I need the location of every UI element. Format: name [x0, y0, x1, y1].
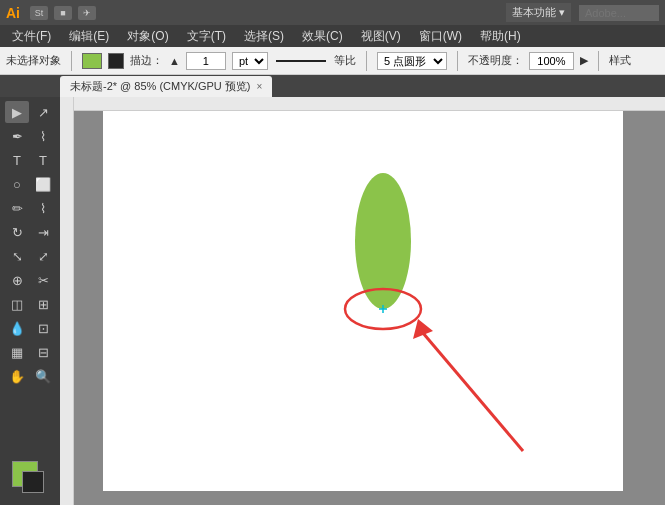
ruler-horizontal: [60, 97, 665, 111]
tab-close-button[interactable]: ×: [256, 81, 262, 92]
menu-item-效果(C)[interactable]: 效果(C): [294, 26, 351, 47]
scissors-tool[interactable]: ✂: [31, 269, 55, 291]
stroke-unit-select[interactable]: pt: [232, 52, 268, 70]
stroke-label: 描边：: [130, 53, 163, 68]
menu-bar: const menuData = JSON.parse(document.get…: [0, 25, 665, 47]
workspace-button[interactable]: 基本功能 ▾: [506, 3, 571, 22]
no-selection-label: 未选择对象: [6, 53, 61, 68]
shape-select[interactable]: 5 点圆形: [377, 52, 447, 70]
fill-color-swatch[interactable]: [82, 53, 102, 69]
shear-tool[interactable]: ⤢: [31, 245, 55, 267]
menu-item-文字(T)[interactable]: 文字(T): [179, 26, 234, 47]
tab-bar: 未标题-2* @ 85% (CMYK/GPU 预览) ×: [0, 75, 665, 97]
drawing-canvas: [103, 111, 623, 491]
artboard-tool[interactable]: ⊟: [31, 341, 55, 363]
tool-row-blend: ⊕ ✂: [0, 269, 60, 291]
tool-row-pen: ✒ ⌇: [0, 125, 60, 147]
stroke-color-swatch[interactable]: [108, 53, 124, 69]
tool-row-shape: ○ ⬜: [0, 173, 60, 195]
rect-tool[interactable]: ⬜: [31, 173, 55, 195]
type-tool-2[interactable]: T: [31, 149, 55, 171]
separator: [71, 51, 72, 71]
stroke-preview-line: [276, 60, 326, 62]
reflect-tool[interactable]: ⇥: [31, 221, 55, 243]
menu-item-视图(V)[interactable]: 视图(V): [353, 26, 409, 47]
stroke-value-input[interactable]: [186, 52, 226, 70]
measure-tool[interactable]: ⊡: [31, 317, 55, 339]
opacity-value-input[interactable]: [529, 52, 574, 70]
pen-tool[interactable]: ✒: [5, 125, 29, 147]
mesh-tool[interactable]: ⊞: [31, 293, 55, 315]
tool-row-select: ▶ ↗: [0, 101, 60, 123]
selection-tool[interactable]: ▶: [5, 101, 29, 123]
title-right: 基本功能 ▾: [506, 3, 659, 22]
menu-item-对象(O)[interactable]: 对象(O): [119, 26, 176, 47]
menu-item-选择(S)[interactable]: 选择(S): [236, 26, 292, 47]
gradient-tool[interactable]: ◫: [5, 293, 29, 315]
icon-send[interactable]: ✈: [78, 6, 96, 20]
tool-row-hand: ✋ 🔍: [0, 365, 60, 387]
tab-title: 未标题-2* @ 85% (CMYK/GPU 预览): [70, 79, 250, 94]
zoom-tool[interactable]: 🔍: [31, 365, 55, 387]
main-area: ▶ ↗ ✒ ⌇ T T ○ ⬜ ✏ ⌇ ↻ ⇥ ⤡ ⤢ ⊕ ✂: [0, 97, 665, 505]
icon-st: St: [30, 6, 48, 20]
sidebar-bottom: [12, 461, 48, 505]
pencil-tool[interactable]: ✏: [5, 197, 29, 219]
tool-row-scale: ⤡ ⤢: [0, 245, 60, 267]
style-label: 样式: [609, 53, 631, 68]
separator3: [457, 51, 458, 71]
menu-item-窗口(W)[interactable]: 窗口(W): [411, 26, 470, 47]
ruler-vertical: [60, 97, 74, 505]
menu-item-文件(F)[interactable]: 文件(F): [4, 26, 59, 47]
tool-row-gradient: ◫ ⊞: [0, 293, 60, 315]
eyedropper-tool[interactable]: 💧: [5, 317, 29, 339]
sidebar: ▶ ↗ ✒ ⌇ T T ○ ⬜ ✏ ⌇ ↻ ⇥ ⤡ ⤢ ⊕ ✂: [0, 97, 60, 505]
background-color-swatch[interactable]: [22, 471, 44, 493]
rotate-tool[interactable]: ↻: [5, 221, 29, 243]
stroke-arrow-up[interactable]: ▲: [169, 55, 180, 67]
blob-brush-tool[interactable]: ⌇: [31, 197, 55, 219]
arrow-shaft: [423, 333, 523, 451]
opacity-arrow[interactable]: ▶: [580, 54, 588, 67]
ellipse-tool[interactable]: ○: [5, 173, 29, 195]
options-bar: 未选择对象 描边： ▲ pt 等比 5 点圆形 不透明度： ▶ 样式: [0, 47, 665, 75]
ratio-label: 等比: [334, 53, 356, 68]
tool-row-graph: ▦ ⊟: [0, 341, 60, 363]
title-bar: Ai St ■ ✈ 基本功能 ▾: [0, 0, 665, 25]
hand-tool[interactable]: ✋: [5, 365, 29, 387]
curvature-tool[interactable]: ⌇: [31, 125, 55, 147]
opacity-label: 不透明度：: [468, 53, 523, 68]
graph-tool[interactable]: ▦: [5, 341, 29, 363]
canvas-area[interactable]: [60, 97, 665, 505]
arrow-head: [413, 319, 433, 339]
tool-row-type: T T: [0, 149, 60, 171]
app-logo: Ai: [6, 5, 20, 21]
icon-grid[interactable]: ■: [54, 6, 72, 20]
document-tab[interactable]: 未标题-2* @ 85% (CMYK/GPU 预览) ×: [60, 76, 272, 97]
menu-item-编辑(E)[interactable]: 编辑(E): [61, 26, 117, 47]
separator2: [366, 51, 367, 71]
color-swatch-area[interactable]: [12, 461, 48, 497]
tool-row-eyedropper: 💧 ⊡: [0, 317, 60, 339]
scale-tool[interactable]: ⤡: [5, 245, 29, 267]
menu-item-帮助(H)[interactable]: 帮助(H): [472, 26, 529, 47]
blend-tool[interactable]: ⊕: [5, 269, 29, 291]
tool-row-rotate: ↻ ⇥: [0, 221, 60, 243]
separator4: [598, 51, 599, 71]
direct-selection-tool[interactable]: ↗: [31, 101, 55, 123]
tool-row-pencil: ✏ ⌇: [0, 197, 60, 219]
type-tool[interactable]: T: [5, 149, 29, 171]
search-input[interactable]: [579, 5, 659, 21]
canvas-document[interactable]: [103, 111, 623, 491]
